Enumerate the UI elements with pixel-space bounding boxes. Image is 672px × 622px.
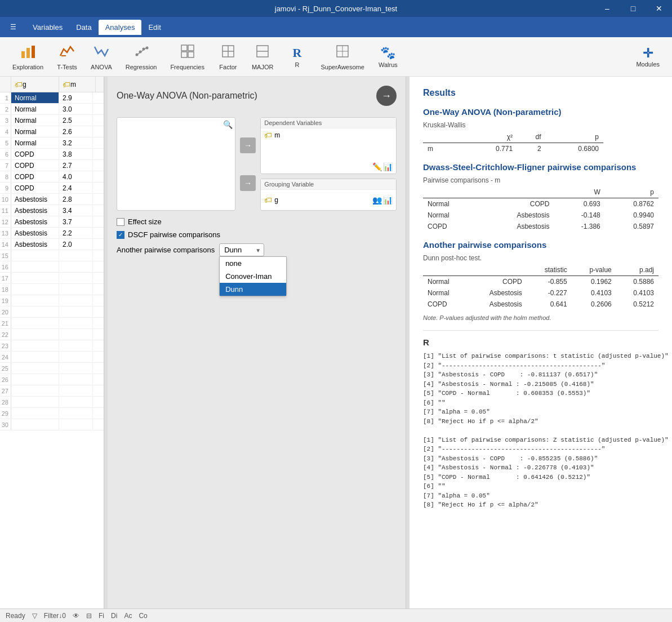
row-number: 21 bbox=[0, 318, 11, 328]
row-number: 23 bbox=[0, 340, 11, 351]
table-row[interactable]: 30 bbox=[0, 419, 104, 430]
col-header-g[interactable]: 🏷 g bbox=[11, 77, 59, 92]
toolbar-anova[interactable]: ANOVA bbox=[84, 40, 119, 74]
dscf-r1-p: 0.8762 bbox=[605, 198, 658, 210]
table-row[interactable]: 28 bbox=[0, 397, 104, 408]
col-header-m[interactable]: 🏷 m bbox=[59, 77, 96, 92]
table-row[interactable]: 18 bbox=[0, 284, 104, 295]
cell-g: Asbestosis bbox=[11, 228, 59, 238]
dunn-r3-padj: 0.5212 bbox=[616, 299, 658, 310]
dunn-r2-c1: Normal bbox=[423, 287, 467, 299]
toolbar-regression[interactable]: Regression bbox=[119, 40, 164, 74]
menu-edit[interactable]: Edit bbox=[141, 20, 167, 35]
cell-g bbox=[11, 284, 59, 295]
cell-m bbox=[59, 306, 93, 317]
table-row[interactable]: 26 bbox=[0, 374, 104, 385]
table-row[interactable]: 14 Asbestosis 2.0 bbox=[0, 239, 104, 250]
table-row[interactable]: 25 bbox=[0, 363, 104, 374]
table-row[interactable]: 29 bbox=[0, 408, 104, 419]
table-row[interactable]: 9 COPD 2.4 bbox=[0, 183, 104, 194]
dscf-row[interactable]: ✓ DSCF pairwise comparisons bbox=[117, 230, 397, 239]
table-row[interactable]: 17 bbox=[0, 273, 104, 284]
toolbar-ttests[interactable]: T-Tests bbox=[50, 40, 84, 74]
cell-g: COPD bbox=[11, 183, 59, 193]
toolbar-factor[interactable]: Factor bbox=[211, 40, 245, 74]
grp-icon2: 📊 bbox=[383, 196, 393, 205]
table-row[interactable]: 13 Asbestosis 2.2 bbox=[0, 228, 104, 239]
table-row[interactable]: 2 Normal 3.0 bbox=[0, 104, 104, 115]
table-row[interactable]: 22 bbox=[0, 329, 104, 340]
hamburger-menu[interactable]: ☰ bbox=[5, 19, 21, 35]
effect-size-row[interactable]: Effect size bbox=[117, 217, 397, 226]
cell-m: 2.8 bbox=[59, 194, 93, 205]
toolbar-r[interactable]: R R bbox=[280, 40, 314, 74]
menu-analyses[interactable]: Analyses bbox=[99, 20, 142, 35]
table-row[interactable]: 23 bbox=[0, 340, 104, 352]
toolbar-major[interactable]: MAJOR bbox=[245, 40, 281, 74]
arrow-btn-bottom[interactable]: → bbox=[240, 175, 256, 191]
menubar: ☰ Variables Data Analyses Edit bbox=[0, 17, 672, 37]
cell-m: 2.4 bbox=[59, 183, 93, 193]
row-number: 5 bbox=[0, 137, 11, 148]
pairwise-dropdown[interactable]: Dunn ▼ none Conover-Iman Dunn bbox=[219, 243, 264, 256]
dscf-r2-c1: Normal bbox=[423, 210, 479, 221]
toolbar-exploration[interactable]: Exploration bbox=[6, 40, 50, 74]
walrus-icon: 🐾 bbox=[380, 46, 395, 60]
dscf-r2-c2: Asbestosis bbox=[479, 210, 554, 221]
cell-g: Normal bbox=[11, 104, 59, 114]
menu-data[interactable]: Data bbox=[69, 20, 98, 35]
row-number: 24 bbox=[0, 352, 11, 362]
table-row[interactable]: 11 Asbestosis 3.4 bbox=[0, 205, 104, 216]
table-row[interactable]: 27 bbox=[0, 385, 104, 397]
table-row[interactable]: 4 Normal 2.6 bbox=[0, 126, 104, 137]
table-row[interactable]: 3 Normal 2.5 bbox=[0, 115, 104, 126]
toolbar-walrus[interactable]: 🐾 Walrus bbox=[371, 40, 405, 74]
menu-variables[interactable]: Variables bbox=[26, 20, 69, 35]
table-row[interactable]: 21 bbox=[0, 318, 104, 329]
table-row[interactable]: 12 Asbestosis 3.7 bbox=[0, 216, 104, 228]
cell-g bbox=[11, 306, 59, 317]
table-row[interactable]: 7 COPD 2.7 bbox=[0, 160, 104, 171]
variable-pool[interactable]: 🔍 bbox=[117, 117, 235, 211]
row-number: 22 bbox=[0, 329, 11, 340]
cell-m: 2.9 bbox=[59, 92, 93, 103]
table-row[interactable]: 15 bbox=[0, 250, 104, 261]
option-dunn[interactable]: Dunn bbox=[220, 283, 286, 296]
table-row[interactable]: 16 bbox=[0, 261, 104, 273]
anova-label: ANOVA bbox=[91, 64, 112, 70]
row-number: 20 bbox=[0, 306, 11, 317]
effect-size-checkbox[interactable] bbox=[117, 218, 124, 226]
table-row[interactable]: 20 bbox=[0, 306, 104, 318]
kw-row-m: m 0.771 2 0.6800 bbox=[423, 143, 603, 155]
cell-m: 3.7 bbox=[59, 216, 93, 227]
table-row[interactable]: 19 bbox=[0, 295, 104, 306]
run-button[interactable]: → bbox=[376, 86, 397, 106]
arrow-btn-top[interactable]: → bbox=[240, 137, 256, 153]
dependent-label: Dependent Variables bbox=[261, 118, 396, 128]
maximize-button[interactable]: □ bbox=[620, 0, 646, 17]
modules-button[interactable]: ✛ Modules bbox=[629, 40, 666, 74]
row-number: 1 bbox=[0, 92, 11, 103]
toolbar: Exploration T-Tests ANOVA Regression Fre… bbox=[0, 37, 672, 77]
cell-m bbox=[59, 250, 93, 261]
grouping-box: Grouping Variable 🏷 g 👥 📊 bbox=[260, 179, 397, 211]
search-icon[interactable]: 🔍 bbox=[223, 120, 233, 129]
option-conover[interactable]: Conover-Iman bbox=[220, 270, 286, 283]
ttests-icon bbox=[59, 43, 75, 63]
table-row[interactable]: 10 Asbestosis 2.8 bbox=[0, 194, 104, 205]
table-row[interactable]: 5 Normal 3.2 bbox=[0, 137, 104, 149]
dunn-r2-c2: Asbestosis bbox=[467, 287, 527, 299]
option-none[interactable]: none bbox=[220, 257, 286, 270]
minimize-button[interactable]: – bbox=[594, 0, 620, 17]
table-row[interactable]: 6 COPD 3.8 bbox=[0, 149, 104, 160]
table-row[interactable]: 8 COPD 4.0 bbox=[0, 171, 104, 183]
toolbar-frequencies[interactable]: Frequencies bbox=[163, 40, 211, 74]
dscf-checkbox[interactable]: ✓ bbox=[117, 231, 124, 239]
row-number: 13 bbox=[0, 228, 11, 238]
dscf-h1 bbox=[479, 186, 554, 198]
table-row[interactable]: 1 Normal 2.9 bbox=[0, 92, 104, 104]
table-row[interactable]: 24 bbox=[0, 352, 104, 363]
toolbar-superawesome[interactable]: SuperAwesome bbox=[314, 40, 371, 74]
cell-g bbox=[11, 318, 59, 328]
close-button[interactable]: ✕ bbox=[646, 0, 672, 17]
